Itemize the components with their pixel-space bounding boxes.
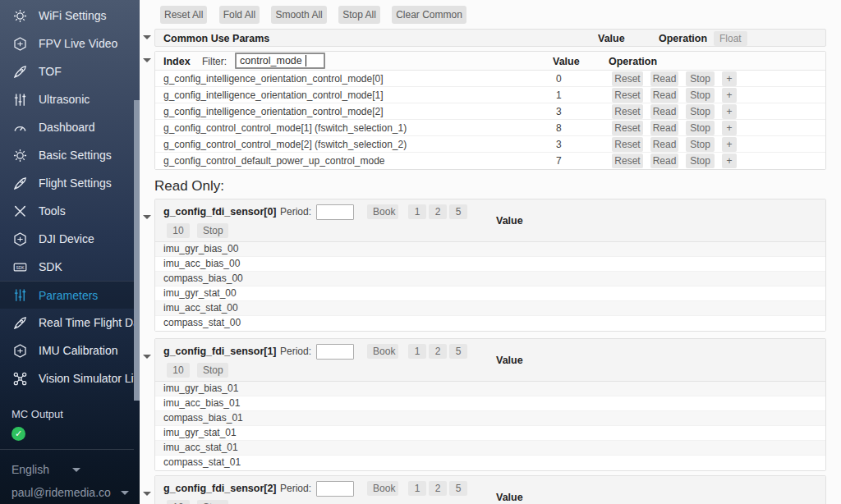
read-button[interactable]: Read: [650, 88, 678, 103]
list-item: imu_gyr_bias_00: [155, 242, 825, 257]
sdk-icon: SDK: [11, 259, 28, 275]
collapse-caret-icon[interactable]: [143, 215, 151, 219]
table-row: g_config_control_control_mode[2] (fswitc…: [155, 136, 825, 153]
sidebar-item-dji-device[interactable]: DJI Device: [0, 225, 140, 253]
filter-input[interactable]: [235, 53, 325, 69]
period-1-button[interactable]: 1: [408, 481, 426, 496]
reset-button[interactable]: Reset: [612, 104, 643, 119]
sidebar-item-parameters[interactable]: Parameters: [0, 281, 140, 309]
sidebar-scrollbar-thumb[interactable]: [134, 100, 140, 401]
sidebar-item-ultrasonic[interactable]: Ultrasonic: [0, 85, 140, 113]
stop-all-button[interactable]: Stop All: [338, 6, 380, 24]
sidebar-item-sdk[interactable]: SDK SDK: [0, 253, 140, 281]
stop-button[interactable]: Stop: [197, 223, 228, 238]
gear-icon: [11, 147, 28, 163]
period-input[interactable]: [316, 204, 354, 220]
add-button[interactable]: +: [722, 71, 737, 86]
value-column-header: Value: [553, 56, 580, 67]
list-item: imu_gyr_bias_01: [155, 382, 825, 396]
drone-icon: [11, 370, 28, 387]
reset-button[interactable]: Reset: [612, 88, 643, 103]
rocket-icon: [11, 63, 28, 80]
stop-button[interactable]: Stop: [686, 71, 715, 86]
collapse-caret-icon[interactable]: [143, 355, 151, 359]
clear-common-button[interactable]: Clear Common: [392, 6, 466, 24]
period-10-button[interactable]: 10: [167, 363, 190, 378]
sidebar-item-real-time-flight-data[interactable]: Real Time Flight Data: [0, 309, 140, 337]
read-button[interactable]: Read: [650, 137, 678, 152]
language-select[interactable]: English: [0, 458, 134, 481]
read-button[interactable]: Read: [650, 104, 678, 119]
sidebar-item-tof[interactable]: TOF: [0, 57, 140, 85]
period-1-button[interactable]: 1: [408, 344, 426, 359]
sidebar-item-dashboard[interactable]: Dashboard: [0, 113, 140, 141]
stop-button[interactable]: Stop: [197, 363, 228, 378]
value-column-header: Value: [496, 492, 523, 503]
read-button[interactable]: Read: [650, 71, 678, 86]
read-only-heading: Read Only:: [140, 173, 841, 199]
language-label: English: [11, 463, 49, 476]
period-2-button[interactable]: 2: [429, 204, 447, 219]
stop-button[interactable]: Stop: [686, 153, 715, 168]
read-button[interactable]: Read: [650, 121, 678, 135]
sidebar-item-wifi-settings[interactable]: WiFi Settings: [0, 2, 140, 30]
list-item: compass_bias_00: [155, 272, 825, 286]
account-select[interactable]: paul@ridemedia.co: [0, 481, 134, 504]
stop-button[interactable]: Stop: [686, 121, 715, 135]
reset-all-button[interactable]: Reset All: [160, 6, 207, 24]
sidebar-item-label: Dashboard: [39, 121, 95, 134]
collapse-caret-icon[interactable]: [143, 35, 151, 39]
operation-column-header: Operation: [609, 56, 657, 67]
sidebar-item-tools[interactable]: Tools: [0, 197, 140, 225]
period-2-button[interactable]: 2: [429, 344, 447, 359]
list-item: compass_bias_01: [155, 411, 825, 426]
stop-button[interactable]: Stop: [686, 104, 715, 119]
fold-all-button[interactable]: Fold All: [219, 6, 260, 24]
smooth-all-button[interactable]: Smooth All: [271, 6, 326, 24]
period-5-button[interactable]: 5: [449, 204, 467, 219]
sidebar-item-fpv-live-video[interactable]: FPV Live Video: [0, 30, 140, 57]
period-input[interactable]: [316, 344, 354, 360]
sidebar-item-label: SDK: [39, 260, 62, 273]
collapse-caret-icon[interactable]: [143, 58, 151, 62]
sliders-icon: [11, 91, 28, 108]
sidebar-item-flight-settings[interactable]: Flight Settings: [0, 169, 140, 197]
period-5-button[interactable]: 5: [449, 481, 467, 496]
stop-button[interactable]: Stop: [686, 137, 715, 152]
book-button[interactable]: Book: [367, 204, 398, 219]
reset-button[interactable]: Reset: [612, 137, 643, 152]
add-button[interactable]: +: [722, 153, 737, 168]
table-row: g_config_intelligence_orientation_contro…: [155, 103, 825, 120]
sidebar-item-vision-simulator-lite[interactable]: Vision Simulator Lite: [0, 364, 140, 392]
add-button[interactable]: +: [722, 88, 737, 103]
period-10-button[interactable]: 10: [167, 500, 190, 504]
read-button[interactable]: Read: [650, 153, 678, 168]
filter-label: Filter:: [202, 56, 227, 67]
float-button[interactable]: Float: [714, 31, 747, 46]
table-row: g_config_intelligence_orientation_contro…: [155, 87, 825, 103]
list-item: imu_acc_bias_01: [155, 396, 825, 411]
add-button[interactable]: +: [722, 121, 737, 135]
period-5-button[interactable]: 5: [449, 344, 467, 359]
sliders-icon: [11, 287, 28, 304]
reset-button[interactable]: Reset: [612, 71, 643, 86]
period-1-button[interactable]: 1: [408, 204, 426, 219]
fdi-sensor-1-section: g_config_fdi_sensor[1] Period: Book 1 2 …: [140, 338, 841, 471]
reset-button[interactable]: Reset: [612, 153, 643, 168]
book-button[interactable]: Book: [367, 481, 398, 496]
stop-button[interactable]: Stop: [197, 500, 228, 504]
add-button[interactable]: +: [722, 104, 737, 119]
period-input[interactable]: [316, 481, 354, 497]
add-button[interactable]: +: [722, 137, 737, 152]
sidebar-item-basic-settings[interactable]: Basic Settings: [0, 141, 140, 169]
period-2-button[interactable]: 2: [429, 481, 447, 496]
tools-icon: [11, 203, 28, 219]
reset-button[interactable]: Reset: [612, 121, 643, 135]
stop-button[interactable]: Stop: [686, 88, 715, 103]
sidebar-item-imu-calibration[interactable]: IMU Calibration: [0, 337, 140, 364]
period-10-button[interactable]: 10: [167, 223, 190, 238]
param-table-header: Index Filter: Value Operation: [155, 52, 825, 71]
collapse-caret-icon[interactable]: [143, 492, 151, 496]
hexagon-icon: [11, 342, 28, 359]
book-button[interactable]: Book: [367, 344, 398, 359]
